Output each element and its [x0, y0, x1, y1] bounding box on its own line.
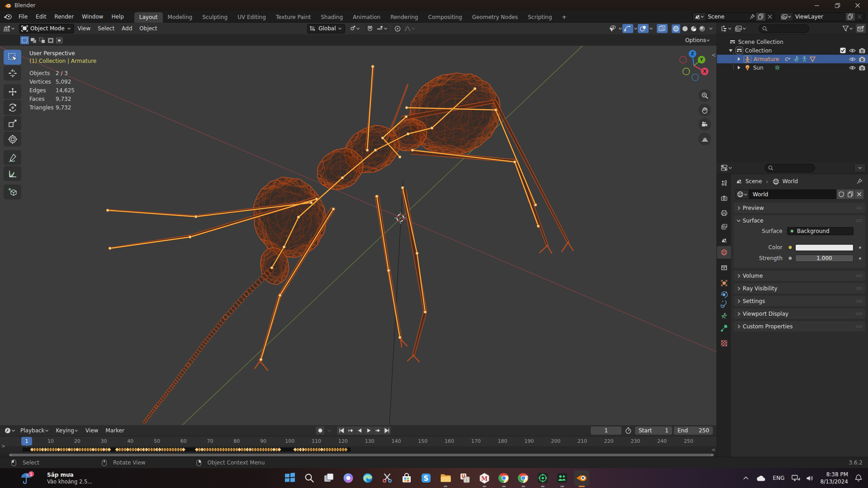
taskbar-task-view[interactable]: [321, 470, 337, 486]
select-intersect-button[interactable]: [55, 36, 63, 44]
taskbar-search[interactable]: [302, 470, 317, 486]
strength-slider[interactable]: 1.000: [795, 255, 854, 262]
eye-icon[interactable]: [849, 48, 856, 53]
tray-onedrive[interactable]: [756, 475, 766, 482]
move-tool-button[interactable]: [4, 84, 21, 99]
menu-render[interactable]: Render: [50, 12, 78, 21]
panel-header-surface[interactable]: Surface: [734, 215, 865, 226]
delete-viewlayer-button[interactable]: [855, 13, 864, 21]
animate-color-dot[interactable]: [859, 246, 861, 249]
snap-toggle-button[interactable]: [365, 24, 375, 33]
show-overlays-button[interactable]: [638, 24, 649, 33]
properties-tab-world[interactable]: [717, 246, 731, 259]
viewport-3d[interactable]: Object ModeViewSelectAddObjectGlobal Opt…: [0, 23, 716, 425]
tab-modeling[interactable]: Modeling: [163, 12, 198, 23]
taskbar-mathtype[interactable]: M: [477, 470, 492, 486]
timeline-ruler[interactable]: 1020304050607080901001101201301401501601…: [0, 436, 716, 446]
pivot-point-button[interactable]: [347, 24, 361, 33]
new-scene-button[interactable]: [756, 13, 765, 21]
surface-value-button[interactable]: Background: [787, 227, 854, 235]
taskbar-snipping[interactable]: [379, 470, 395, 486]
show-gizmo-button[interactable]: [622, 24, 633, 33]
world-name-field[interactable]: World: [749, 190, 836, 199]
rotate-tool-button[interactable]: [4, 100, 21, 115]
timeline-channel-arrow[interactable]: >: [1, 443, 5, 449]
falloff-button[interactable]: [403, 24, 417, 33]
annotate-tool-button[interactable]: [4, 150, 21, 165]
gizmo-x-axis-neg[interactable]: [680, 57, 687, 63]
fake-user-button[interactable]: [836, 190, 845, 199]
camera-icon[interactable]: [859, 48, 865, 53]
taskbar-copilot[interactable]: [341, 470, 356, 486]
weather-widget[interactable]: 1Sắp mưaVào khoảng 2.5...: [20, 468, 92, 488]
play-reverse-button[interactable]: [355, 426, 364, 435]
transform-tool-button[interactable]: [4, 132, 21, 147]
menu-file[interactable]: File: [14, 12, 32, 21]
new-viewlayer-button[interactable]: [846, 13, 855, 21]
viewport-canvas[interactable]: User Perspective (1) Collection | Armatu…: [0, 46, 716, 425]
taskbar-start[interactable]: [282, 470, 298, 486]
timeline-collapse-arrow[interactable]: <: [711, 447, 716, 453]
mode-selector[interactable]: Object Mode: [19, 24, 74, 33]
outliner-row-scene-collection[interactable]: Scene Collection: [717, 38, 868, 46]
zoom-button[interactable]: [698, 89, 711, 102]
show-visibility-button[interactable]: [607, 24, 618, 33]
shading-solid-button[interactable]: [680, 24, 689, 33]
taskbar-obs[interactable]: [535, 470, 550, 486]
disclosure-triangle-down-icon[interactable]: [729, 48, 733, 52]
jump-prev-keyframe-button[interactable]: [346, 426, 355, 435]
jump-to-end-button[interactable]: [382, 426, 391, 435]
viewport-menu-select[interactable]: Select: [94, 24, 118, 33]
timeline-type-button[interactable]: [3, 426, 17, 435]
pin-icon[interactable]: [749, 14, 755, 20]
jump-to-start-button[interactable]: [337, 426, 346, 435]
panel-header-ray-visibility[interactable]: Ray Visibility: [734, 283, 865, 294]
maximize-button[interactable]: [827, 0, 848, 11]
scrollbar-zoom-dot-right[interactable]: [711, 454, 713, 456]
taskbar-unikey[interactable]: Ui: [457, 470, 473, 486]
select-invert-button[interactable]: [46, 36, 55, 44]
viewport-menu-add[interactable]: Add: [118, 24, 136, 33]
tray-notifications[interactable]: [854, 474, 863, 482]
snap-target-button[interactable]: [375, 24, 389, 33]
camera-view-button[interactable]: [698, 118, 711, 131]
viewlayer-name[interactable]: ViewLayer: [792, 14, 846, 20]
sidebar-collapse-arrow[interactable]: <: [711, 52, 716, 58]
taskbar-skype[interactable]: S: [418, 470, 434, 486]
shading-wireframe-button[interactable]: [672, 24, 680, 33]
breadcrumb-world[interactable]: World: [783, 178, 798, 185]
gizmo-z-axis-neg[interactable]: [692, 74, 699, 81]
properties-tab-constraints[interactable]: [717, 298, 731, 311]
add-workspace-button[interactable]: +: [557, 12, 571, 23]
menu-window[interactable]: Window: [78, 12, 107, 21]
end-frame-field[interactable]: End250: [674, 426, 713, 435]
select-extend-button[interactable]: [29, 36, 38, 44]
transform-orientation-selector[interactable]: Global: [307, 24, 345, 33]
minimize-button[interactable]: [807, 0, 827, 11]
keying-set-dropdown[interactable]: [325, 426, 333, 435]
copy-data-button[interactable]: [845, 190, 854, 199]
select-subtract-button[interactable]: [38, 36, 46, 44]
world-id-icon-button[interactable]: [735, 190, 749, 199]
animate-strength-dot[interactable]: [859, 257, 861, 260]
navigation-gizmo[interactable]: ZYX: [677, 48, 711, 83]
camera-icon[interactable]: [859, 65, 865, 71]
scene-icon[interactable]: [693, 13, 705, 21]
timeline-scrollbar[interactable]: [0, 453, 716, 457]
properties-tab-object[interactable]: [717, 277, 731, 289]
current-frame-field[interactable]: 1: [591, 426, 621, 435]
taskbar-explorer[interactable]: [438, 470, 453, 486]
unlink-data-button[interactable]: [854, 190, 863, 199]
toggle-xray-button[interactable]: [657, 24, 668, 33]
outliner-search-box[interactable]: [759, 24, 809, 33]
timeline-menu-view[interactable]: View: [82, 426, 102, 435]
filter-button[interactable]: [841, 24, 854, 33]
gizmo-y-axis-neg[interactable]: [683, 68, 690, 75]
menu-edit[interactable]: Edit: [32, 12, 50, 21]
tab-layout[interactable]: Layout: [134, 12, 163, 23]
properties-type-button[interactable]: [719, 163, 734, 172]
toggle-projection-button[interactable]: [698, 133, 711, 145]
taskbar-teams[interactable]: [555, 470, 570, 486]
timeline-keyframes[interactable]: [0, 446, 716, 453]
taskbar-chrome-alt[interactable]: [516, 470, 531, 486]
